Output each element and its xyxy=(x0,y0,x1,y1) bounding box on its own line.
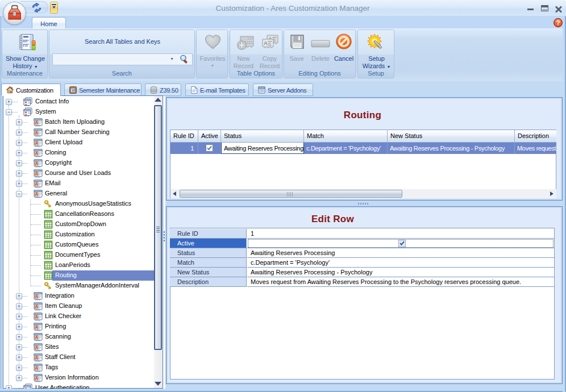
svg-text:12: 12 xyxy=(71,88,75,92)
svg-text:A: A xyxy=(264,40,268,46)
svg-text:?: ? xyxy=(556,19,560,26)
